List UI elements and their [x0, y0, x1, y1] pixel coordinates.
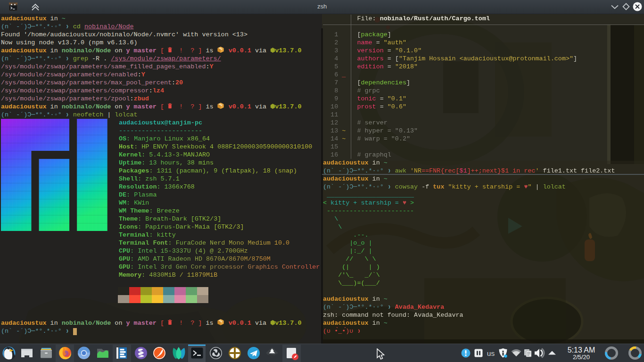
- svg-text:us: us: [487, 349, 495, 357]
- svg-text:2/5/20: 2/5/20: [573, 354, 590, 361]
- svg-text:5:13 AM: 5:13 AM: [568, 346, 595, 354]
